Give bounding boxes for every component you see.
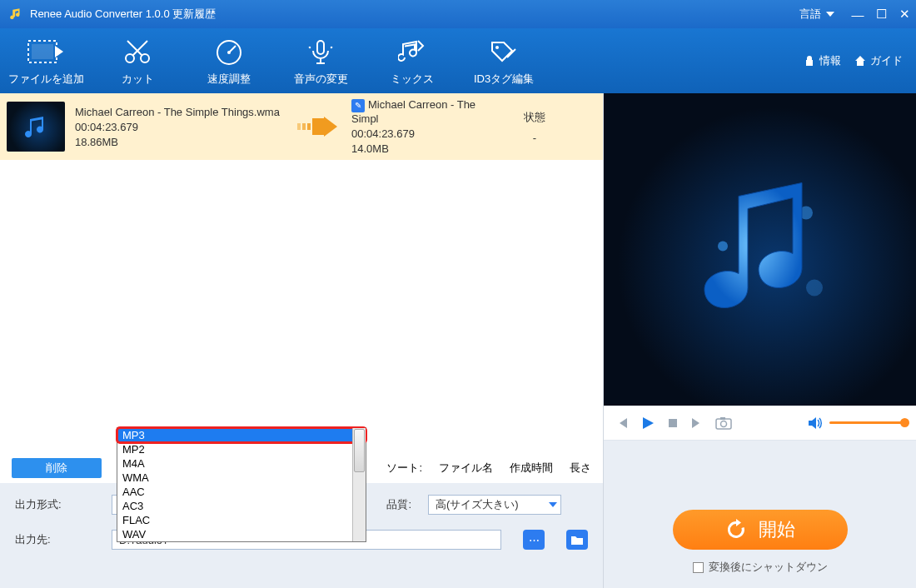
- format-option-flac[interactable]: FLAC: [117, 513, 366, 527]
- arrow-icon: [291, 115, 341, 138]
- svg-point-17: [721, 421, 727, 426]
- info-link[interactable]: 情報: [804, 53, 841, 68]
- music-note-icon: [22, 112, 50, 141]
- svg-rect-10: [307, 123, 311, 130]
- dest-size: 14.0MB: [351, 142, 501, 155]
- svg-rect-6: [317, 41, 324, 54]
- source-filename: Michael Carreon - The Simple Things.wma: [75, 106, 291, 118]
- svg-point-5: [227, 51, 231, 54]
- svg-point-14: [806, 279, 823, 296]
- lock-icon: [804, 55, 815, 67]
- dest-duration: 00:04:23.679: [351, 127, 501, 140]
- svg-point-11: [718, 241, 728, 251]
- checkbox-icon: [693, 562, 704, 573]
- format-option-aac[interactable]: AAC: [117, 485, 366, 499]
- state-header: 状態: [501, 110, 568, 125]
- more-button[interactable]: ⋯: [523, 530, 545, 550]
- source-info: Michael Carreon - The Simple Things.wma …: [75, 106, 291, 148]
- film-add-icon: [27, 37, 65, 66]
- titlebar: Renee Audio Converter 1.0.0 更新履歴 言語 — ☐ …: [0, 0, 916, 28]
- file-row[interactable]: Michael Carreon - The Simple Things.wma …: [0, 93, 603, 160]
- language-label: 言語: [799, 7, 821, 22]
- state-column: 状態 -: [501, 110, 568, 144]
- svg-rect-9: [302, 123, 306, 130]
- format-option-m4a[interactable]: M4A: [117, 456, 366, 471]
- cut-button[interactable]: カット: [92, 35, 183, 87]
- format-option-wma[interactable]: WMA: [117, 471, 366, 485]
- player-controls: [604, 406, 916, 441]
- guide-link[interactable]: ガイド: [854, 53, 903, 68]
- volume-control[interactable]: [808, 416, 904, 430]
- source-size: 18.86MB: [75, 136, 291, 148]
- right-pane: 開始 変換後にシャットダウン: [604, 93, 916, 588]
- scissors-icon: [122, 37, 152, 66]
- svg-rect-18: [720, 417, 725, 420]
- output-format-label: 出力形式:: [15, 497, 95, 512]
- dropdown-scrollbar[interactable]: [352, 428, 366, 541]
- music-note-large-icon: [689, 162, 831, 321]
- dest-info: ✎Michael Carreon - The Simpl 00:04:23.67…: [351, 98, 501, 155]
- quality-value: 高(サイズ大きい): [436, 497, 519, 512]
- gauge-icon: [214, 37, 244, 66]
- format-option-wav[interactable]: WAV: [117, 527, 366, 541]
- chevron-down-icon: [826, 12, 834, 17]
- add-file-button[interactable]: ファイルを追加: [0, 35, 92, 87]
- format-dropdown-list[interactable]: MP3 MP2 M4A WMA AAC AC3 FLAC WAV: [117, 427, 366, 542]
- quality-combo[interactable]: 高(サイズ大きい): [428, 495, 561, 515]
- left-pane: Michael Carreon - The Simple Things.wma …: [0, 93, 604, 588]
- state-value: -: [501, 132, 568, 144]
- microphone-icon: [306, 37, 336, 66]
- sort-by-name[interactable]: ファイル名: [439, 461, 493, 476]
- edit-icon[interactable]: ✎: [351, 99, 365, 112]
- preview-area: [604, 93, 916, 406]
- voice-change-button[interactable]: 音声の変更: [275, 35, 366, 87]
- format-option-ac3[interactable]: AC3: [117, 499, 366, 513]
- svg-rect-8: [297, 123, 301, 130]
- play-button[interactable]: [640, 416, 655, 431]
- dest-filename: Michael Carreon - The Simpl: [351, 98, 475, 125]
- refresh-icon: [725, 519, 747, 541]
- sort-by-length[interactable]: 長さ: [570, 461, 591, 476]
- shutdown-checkbox[interactable]: 変換後にシャットダウン: [693, 560, 828, 575]
- close-button[interactable]: ✕: [893, 7, 916, 22]
- svg-point-7: [495, 46, 499, 49]
- prev-button[interactable]: [615, 416, 629, 430]
- format-option-mp3[interactable]: MP3: [117, 428, 366, 442]
- chevron-down-icon: [549, 502, 557, 507]
- id3-edit-button[interactable]: ID3タグ編集: [458, 35, 550, 87]
- speaker-icon: [808, 416, 823, 430]
- tag-edit-icon: [489, 37, 519, 66]
- maximize-button[interactable]: ☐: [869, 7, 893, 22]
- output-path-label: 出力先:: [15, 532, 95, 547]
- mix-icon: [398, 37, 426, 66]
- svg-rect-1: [32, 44, 53, 59]
- format-option-mp2[interactable]: MP2: [117, 442, 366, 456]
- start-area: 開始 変換後にシャットダウン: [604, 441, 916, 588]
- app-logo-icon: [8, 7, 23, 22]
- speed-button[interactable]: 速度調整: [183, 35, 275, 87]
- home-icon: [854, 55, 866, 67]
- main-area: Michael Carreon - The Simple Things.wma …: [0, 93, 916, 588]
- next-button[interactable]: [690, 416, 704, 430]
- file-thumbnail: [7, 102, 65, 152]
- svg-rect-15: [669, 419, 677, 427]
- snapshot-button[interactable]: [715, 416, 732, 430]
- browse-folder-button[interactable]: [566, 530, 588, 550]
- toolbar: ファイルを追加 カット 速度調整 音声の変更 ミックス ID3タグ編集 情報 ガ…: [0, 28, 916, 93]
- mix-button[interactable]: ミックス: [366, 35, 458, 87]
- window-title: Renee Audio Converter 1.0.0 更新履歴: [30, 7, 799, 22]
- sort-by-created[interactable]: 作成時間: [510, 461, 553, 476]
- quality-label: 品質:: [361, 497, 411, 512]
- language-selector[interactable]: 言語: [799, 7, 834, 22]
- minimize-button[interactable]: —: [846, 7, 869, 22]
- folder-icon: [571, 535, 583, 545]
- sort-label: ソート:: [386, 461, 422, 476]
- volume-slider[interactable]: [829, 421, 904, 424]
- file-list-area: MP3 MP2 M4A WMA AAC AC3 FLAC WAV: [0, 160, 603, 453]
- delete-button[interactable]: 削除: [12, 458, 102, 478]
- source-duration: 00:04:23.679: [75, 121, 291, 133]
- stop-button[interactable]: [667, 417, 679, 429]
- start-button[interactable]: 開始: [673, 510, 848, 550]
